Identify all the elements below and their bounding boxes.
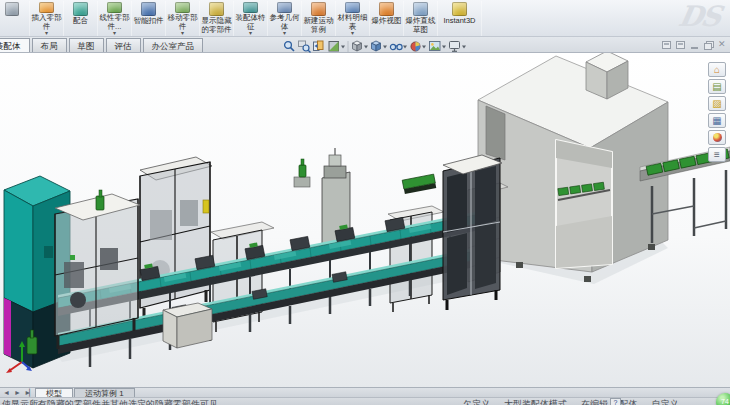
- solidworks-resources-icon[interactable]: [708, 62, 726, 77]
- button-label: 线性零部件...: [98, 14, 131, 31]
- button-label: 新建运动算例: [302, 17, 335, 34]
- minimize-icon[interactable]: [690, 41, 699, 49]
- button-label: 移动零部件: [166, 14, 199, 31]
- instant3d-icon: [452, 2, 467, 16]
- button-label: Instant3D: [443, 17, 475, 26]
- move-component-icon: [175, 2, 190, 13]
- define-state-label: 欠定义: [463, 398, 490, 405]
- tab-office-products[interactable]: 办公室产品: [143, 38, 204, 52]
- gray-box: [163, 303, 212, 348]
- notification-badge[interactable]: 74: [716, 393, 730, 405]
- status-right-cluster: 欠定义 大型装配体模式 在编辑 装配体 自定义: [463, 398, 679, 405]
- button-label: 配合: [73, 17, 88, 26]
- explode-line-sketch-button[interactable]: 爆炸直线草图: [404, 1, 438, 36]
- tab-sketch[interactable]: 草图: [69, 38, 104, 52]
- tab-assembly[interactable]: 装配体: [0, 38, 30, 52]
- units-selector[interactable]: 自定义: [652, 398, 679, 405]
- bill-of-materials-icon: [345, 2, 360, 13]
- tab-layout[interactable]: 布局: [32, 38, 67, 52]
- clipped-button-icon: [5, 2, 19, 16]
- panel-window-icon[interactable]: [662, 41, 671, 49]
- button-label: 智能扣件: [134, 17, 164, 26]
- task-pane-strip: [708, 62, 726, 162]
- view-orientation-caret[interactable]: [364, 46, 368, 49]
- button-label: 装配体特征: [234, 14, 267, 31]
- zoom-to-fit-icon[interactable]: [285, 42, 294, 51]
- insert-components-button[interactable]: 插入零部件: [30, 1, 64, 36]
- view-orientation-icon[interactable]: [353, 41, 362, 51]
- dassault-ds-logo: DS: [677, 0, 723, 33]
- close-icon[interactable]: [718, 41, 727, 49]
- hide-show-items-caret[interactable]: [403, 46, 407, 49]
- model-3d-view[interactable]: [0, 53, 730, 387]
- bill-of-materials-button[interactable]: 材料明细表: [336, 1, 370, 36]
- section-view-caret[interactable]: [341, 46, 345, 49]
- white-top-cabinet: [443, 155, 502, 310]
- magenta-strip: [4, 298, 11, 357]
- model-tab[interactable]: 模型: [35, 388, 73, 397]
- green-bottle: [96, 190, 104, 210]
- status-bar: 使显示所有隐藏的零部件并其他选定的隐藏零部件可见 欠定义 大型装配体模式 在编辑…: [0, 397, 730, 405]
- apply-scene-caret[interactable]: [442, 46, 446, 49]
- previous-view-icon[interactable]: [314, 41, 324, 51]
- assembly-features-button[interactable]: 装配体特征: [234, 1, 268, 36]
- show-hidden-components-button[interactable]: 显示隐藏的零部件: [200, 1, 234, 36]
- quick-tips-help-button[interactable]: ?: [610, 398, 621, 405]
- zoom-to-area-icon[interactable]: [299, 41, 311, 53]
- button-label: 显示隐藏的零部件: [200, 17, 233, 34]
- tab-evaluate[interactable]: 评估: [106, 38, 141, 52]
- new-motion-study-button[interactable]: 新建运动算例: [302, 1, 336, 36]
- file-explorer-icon[interactable]: [708, 96, 726, 111]
- section-view-icon[interactable]: [329, 42, 339, 52]
- new-motion-study-icon: [311, 2, 326, 16]
- restore-icon[interactable]: [704, 41, 713, 49]
- clipped-ribbon-button[interactable]: [0, 1, 30, 36]
- button-label: 插入零部件: [30, 14, 63, 31]
- button-label: 爆炸直线草图: [404, 17, 437, 34]
- view-palette-icon[interactable]: [708, 113, 726, 128]
- command-manager-ribbon: 插入零部件 配合 线性零部件... 智能扣件 移动零部件 显示隐藏的零部件 装配…: [0, 0, 730, 37]
- design-library-icon[interactable]: [708, 79, 726, 94]
- reference-geometry-icon: [277, 2, 292, 13]
- reference-geometry-button[interactable]: 参考几何体: [268, 1, 302, 36]
- panel-window-icon[interactable]: [676, 41, 685, 49]
- view-settings-caret[interactable]: [462, 46, 466, 49]
- large-assembly-mode-label: 大型装配体模式: [504, 398, 567, 405]
- button-label: 参考几何体: [268, 14, 301, 31]
- show-hidden-components-icon: [209, 2, 224, 16]
- status-hint-text: 使显示所有隐藏的零部件并其他选定的隐藏零部件可见: [2, 398, 218, 405]
- heads-up-view-toolbar: [283, 39, 467, 52]
- explode-line-sketch-icon: [413, 2, 428, 16]
- enclosure-window: [486, 106, 505, 160]
- button-label: 材料明细表: [336, 14, 369, 31]
- exploded-view-button[interactable]: 爆炸视图: [370, 1, 404, 36]
- machine-enclosure: [478, 53, 668, 282]
- smart-fasteners-button[interactable]: 智能扣件: [132, 1, 166, 36]
- edit-appearance-caret[interactable]: [422, 46, 426, 49]
- display-style-caret[interactable]: [383, 46, 387, 49]
- tab-navigation: [0, 388, 35, 397]
- exploded-view-icon: [379, 2, 394, 16]
- mate-button[interactable]: 配合: [64, 1, 98, 36]
- insert-components-icon: [39, 2, 54, 13]
- next-tab-arrow[interactable]: [13, 388, 22, 397]
- instant3d-button[interactable]: Instant3D: [438, 1, 482, 36]
- window-controls: [662, 40, 727, 50]
- motion-study-tab[interactable]: 运动算例 1: [74, 388, 135, 397]
- green-bottle: [299, 159, 306, 177]
- apply-scene-icon[interactable]: [430, 42, 441, 51]
- move-component-button[interactable]: 移动零部件: [166, 1, 200, 36]
- last-tab-arrow[interactable]: [24, 388, 33, 397]
- prev-tab-arrow[interactable]: [2, 388, 11, 397]
- mate-icon: [73, 2, 88, 16]
- custom-properties-icon[interactable]: [708, 147, 726, 162]
- display-style-icon[interactable]: [372, 41, 381, 51]
- appearances-scenes-icon[interactable]: [708, 130, 726, 145]
- assembly-features-icon: [243, 2, 258, 13]
- linear-component-pattern-button[interactable]: 线性零部件...: [98, 1, 132, 36]
- linear-pattern-icon: [107, 2, 122, 13]
- hide-show-items-icon[interactable]: [390, 44, 402, 49]
- solidworks-window: 插入零部件 配合 线性零部件... 智能扣件 移动零部件 显示隐藏的零部件 装配…: [0, 0, 730, 405]
- view-settings-icon[interactable]: [450, 42, 460, 52]
- edit-appearance-icon[interactable]: [411, 42, 420, 51]
